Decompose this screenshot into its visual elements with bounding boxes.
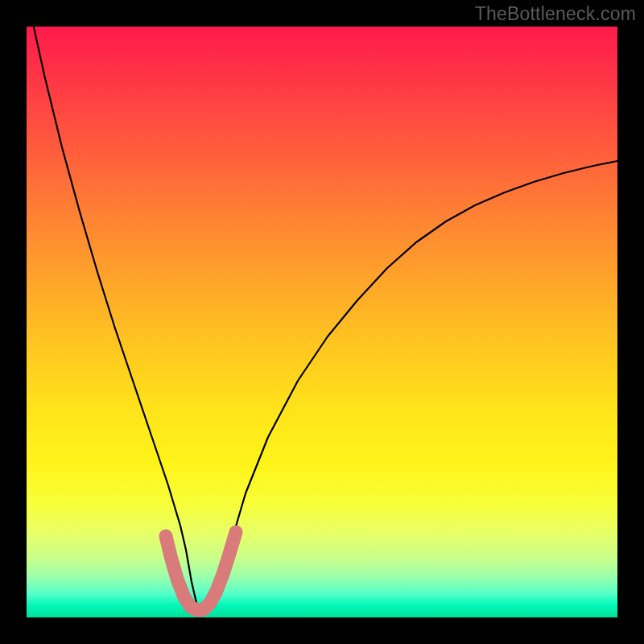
plot-area [27,27,617,617]
main-curve [27,27,617,613]
bottom-highlight [166,532,236,610]
curve-layer [27,27,617,617]
watermark-text: TheBottleneck.com [475,3,636,25]
chart-stage: TheBottleneck.com [0,0,644,644]
